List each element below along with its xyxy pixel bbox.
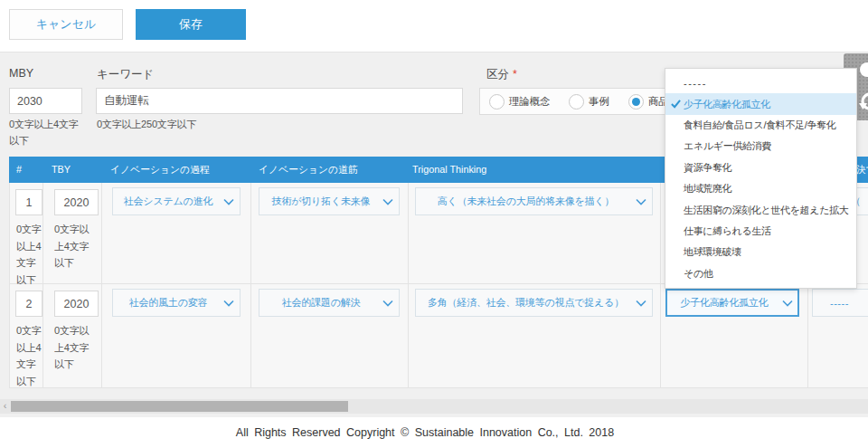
keyword-help-text: 0文字以上250文字以下 — [97, 117, 296, 133]
horizontal-scrollbar[interactable]: ‹ — [0, 399, 868, 414]
cell-trigonal: 高く（未来社会の大局的将来像を描く） — [409, 183, 661, 283]
char-limit-help: 0文字以上4文字以下 — [16, 322, 44, 389]
last-select[interactable]: ----- — [812, 289, 868, 317]
char-limit-help: 0文字以上4文字以下 — [54, 322, 96, 373]
dropdown-option[interactable]: 仕事に縛られる生活 — [665, 221, 856, 242]
scrollbar-thumb[interactable] — [11, 401, 348, 412]
dropdown-option-selected[interactable]: 少子化高齢化孤立化 — [665, 93, 856, 114]
chevron-down-icon — [223, 198, 234, 205]
radio-icon[interactable] — [569, 94, 584, 110]
chevron-down-icon — [382, 198, 393, 205]
scroll-left-arrow-icon[interactable]: ‹ — [0, 399, 10, 414]
cell-process: 社会的風土の変容 — [102, 284, 251, 387]
cell-path: 社会的課題の解決 — [251, 284, 409, 387]
radio-shohin[interactable]: 商品 — [628, 89, 669, 114]
social-issue-dropdown: ----- 少子化高齢化孤立化 食料自給/食品ロス/食料不足/争奪化 エネルギー… — [665, 68, 857, 289]
app-screen: キャンセル 保存 MBY キーワード 区分* 0文字以上4文字以下 0文字以上2… — [0, 0, 868, 448]
dropdown-option[interactable]: 生活困窮の深刻化と世代を超えた拡大 — [665, 199, 856, 220]
sync-arrow-icon — [859, 91, 868, 112]
char-limit-help: 0文字以上4文字以下 — [54, 221, 96, 272]
col-header-tby: TBY — [43, 157, 102, 183]
copyright-text: All Rights Reserved Copyright © Sustaina… — [236, 426, 614, 439]
tby-input[interactable] — [54, 291, 99, 317]
col-header-process: イノベーションの過程 — [102, 157, 251, 183]
radio-jirei[interactable]: 事例 — [569, 89, 609, 114]
radio-icon[interactable] — [489, 94, 505, 110]
radio-checked-icon[interactable] — [628, 94, 644, 110]
dropdown-option[interactable]: 地球環境破壊 — [665, 242, 856, 262]
kubun-label: 区分* — [486, 67, 517, 82]
required-asterisk: * — [513, 68, 517, 81]
chevron-down-icon — [782, 300, 793, 307]
process-select[interactable]: 社会的風土の変容 — [112, 289, 241, 317]
chevron-down-icon — [382, 300, 393, 307]
tby-input[interactable] — [54, 189, 99, 215]
cell-social: 少子化高齢化孤立化 — [661, 284, 808, 387]
dropdown-option[interactable]: 食料自給/食品ロス/食料不足/争奪化 — [665, 115, 856, 136]
path-select[interactable]: 技術が切り拓く未来像 — [259, 187, 400, 215]
keyword-input[interactable] — [96, 88, 463, 114]
radio-rironkainen[interactable]: 理論概念 — [489, 89, 550, 114]
cell-trigonal: 多角（経済、社会、環境等の視点で捉える） — [409, 284, 661, 387]
col-header-trigonal: Trigonal Thinking — [409, 157, 661, 183]
chevron-down-icon — [636, 300, 646, 307]
cell-last: ----- — [808, 284, 868, 387]
cell-tby: 0文字以上4文字以下 — [43, 183, 102, 283]
cell-tby: 0文字以上4文字以下 — [43, 284, 102, 387]
trigonal-select[interactable]: 多角（経済、社会、環境等の視点で捉える） — [415, 289, 653, 317]
path-select[interactable]: 社会的課題の解決 — [259, 289, 400, 317]
checkmark-icon — [671, 99, 681, 109]
dropdown-option[interactable]: 地域荒廃化 — [665, 178, 856, 199]
circle-icon — [860, 62, 868, 77]
cell-process: 社会システムの進化 — [102, 183, 251, 283]
row-num-input[interactable] — [15, 291, 42, 317]
dropdown-option[interactable]: その他 — [665, 263, 856, 284]
keyword-label: キーワード — [97, 67, 154, 82]
save-button[interactable]: 保存 — [136, 9, 246, 40]
trigonal-select[interactable]: 高く（未来社会の大局的将来像を描く） — [415, 187, 653, 215]
process-select[interactable]: 社会システムの進化 — [112, 187, 241, 215]
dropdown-option[interactable]: 資源争奪化 — [665, 157, 856, 178]
cell-num: 0文字以上4文字以下 — [9, 183, 43, 283]
toolbar: キャンセル 保存 — [0, 0, 868, 52]
chevron-down-icon — [223, 300, 234, 307]
col-header-num: # — [9, 157, 43, 183]
row-num-input[interactable] — [15, 189, 42, 215]
col-header-path: イノベーションの道筋 — [251, 157, 409, 183]
chevron-down-icon — [636, 198, 646, 205]
dropdown-option[interactable]: ----- — [665, 72, 856, 93]
dropdown-option[interactable]: エネルギー供給消費 — [665, 136, 856, 157]
table-row: 0文字以上4文字以下 0文字以上4文字以下 社会的風土の変容 社会的課題の解決 — [9, 284, 868, 388]
social-select-focused[interactable]: 少子化高齢化孤立化 — [665, 289, 799, 317]
cancel-button[interactable]: キャンセル — [9, 9, 123, 40]
footer: All Rights Reserved Copyright © Sustaina… — [0, 417, 868, 448]
mby-input[interactable] — [9, 88, 82, 114]
cell-path: 技術が切り拓く未来像 — [251, 183, 409, 283]
cell-num: 0文字以上4文字以下 — [9, 284, 43, 387]
mby-label: MBY — [9, 67, 33, 80]
char-limit-help: 0文字以上4文字以下 — [16, 221, 44, 288]
mby-help-text: 0文字以上4文字以下 — [9, 117, 85, 148]
